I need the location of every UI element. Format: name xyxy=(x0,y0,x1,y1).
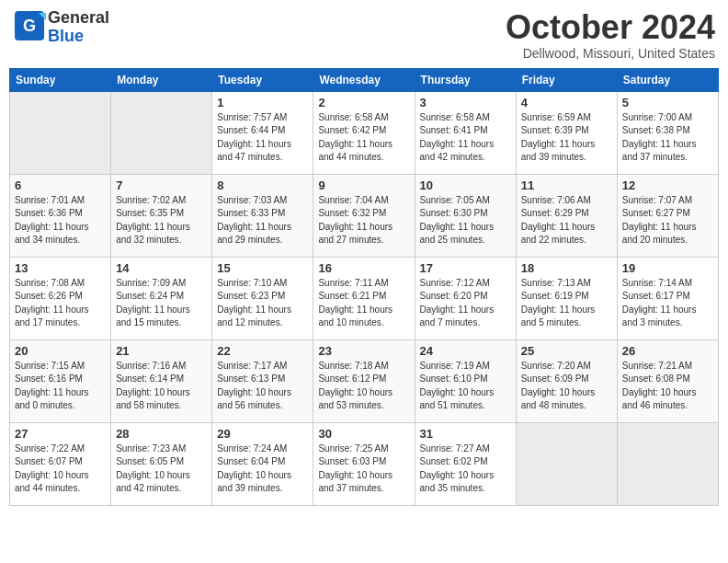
calendar-week-3: 13Sunrise: 7:08 AMSunset: 6:26 PMDayligh… xyxy=(10,257,719,339)
calendar-cell: 18Sunrise: 7:13 AMSunset: 6:19 PMDayligh… xyxy=(516,257,617,339)
calendar-cell: 1Sunrise: 7:57 AMSunset: 6:44 PMDaylight… xyxy=(212,91,313,174)
cell-info: Sunrise: 7:11 AMSunset: 6:21 PMDaylight:… xyxy=(318,277,409,330)
month-title: October 2024 xyxy=(506,9,715,46)
calendar-cell: 25Sunrise: 7:20 AMSunset: 6:09 PMDayligh… xyxy=(516,339,617,422)
cell-info: Sunrise: 7:27 AMSunset: 6:02 PMDaylight:… xyxy=(420,442,511,496)
calendar-cell xyxy=(516,422,617,505)
calendar-cell: 31Sunrise: 7:27 AMSunset: 6:02 PMDayligh… xyxy=(415,422,516,505)
calendar-cell: 8Sunrise: 7:03 AMSunset: 6:33 PMDaylight… xyxy=(212,174,313,257)
date-number: 16 xyxy=(318,261,409,275)
cell-info: Sunrise: 7:22 AMSunset: 6:07 PMDaylight:… xyxy=(15,442,106,496)
calendar-cell: 15Sunrise: 7:10 AMSunset: 6:23 PMDayligh… xyxy=(212,257,313,339)
date-number: 28 xyxy=(116,427,207,441)
cell-info: Sunrise: 7:07 AMSunset: 6:27 PMDaylight:… xyxy=(622,194,713,247)
date-number: 14 xyxy=(116,261,207,275)
calendar-cell: 6Sunrise: 7:01 AMSunset: 6:36 PMDaylight… xyxy=(10,174,111,257)
cell-info: Sunrise: 7:03 AMSunset: 6:33 PMDaylight:… xyxy=(217,194,308,247)
date-number: 9 xyxy=(318,178,409,192)
date-number: 31 xyxy=(420,427,511,441)
cell-info: Sunrise: 7:01 AMSunset: 6:36 PMDaylight:… xyxy=(15,194,106,247)
cell-info: Sunrise: 7:02 AMSunset: 6:35 PMDaylight:… xyxy=(116,194,207,247)
calendar-cell: 14Sunrise: 7:09 AMSunset: 6:24 PMDayligh… xyxy=(111,257,212,339)
calendar-cell: 21Sunrise: 7:16 AMSunset: 6:14 PMDayligh… xyxy=(111,339,212,422)
date-number: 24 xyxy=(420,344,511,358)
day-header-friday: Friday xyxy=(516,68,617,91)
calendar-cell: 24Sunrise: 7:19 AMSunset: 6:10 PMDayligh… xyxy=(415,339,516,422)
cell-info: Sunrise: 7:00 AMSunset: 6:38 PMDaylight:… xyxy=(622,111,713,165)
logo-text-blue: Blue xyxy=(48,27,84,45)
date-number: 7 xyxy=(116,178,207,192)
calendar-cell: 4Sunrise: 6:59 AMSunset: 6:39 PMDaylight… xyxy=(516,91,617,174)
calendar-cell: 9Sunrise: 7:04 AMSunset: 6:32 PMDaylight… xyxy=(313,174,415,257)
cell-info: Sunrise: 7:57 AMSunset: 6:44 PMDaylight:… xyxy=(217,111,308,165)
calendar-table: SundayMondayTuesdayWednesdayThursdayFrid… xyxy=(9,68,719,506)
day-header-wednesday: Wednesday xyxy=(313,68,415,91)
date-number: 21 xyxy=(116,344,207,358)
date-number: 4 xyxy=(521,96,612,109)
date-number: 12 xyxy=(622,178,713,192)
date-number: 3 xyxy=(420,96,511,109)
date-number: 25 xyxy=(521,344,612,358)
date-number: 20 xyxy=(15,344,106,358)
day-header-thursday: Thursday xyxy=(415,68,516,91)
date-number: 27 xyxy=(15,427,106,441)
calendar-cell: 23Sunrise: 7:18 AMSunset: 6:12 PMDayligh… xyxy=(313,339,415,422)
location: Dellwood, Missouri, United States xyxy=(506,46,715,61)
calendar-cell: 2Sunrise: 6:58 AMSunset: 6:42 PMDaylight… xyxy=(313,91,415,174)
date-number: 1 xyxy=(217,96,308,109)
cell-info: Sunrise: 7:14 AMSunset: 6:17 PMDaylight:… xyxy=(622,277,713,330)
calendar-cell: 29Sunrise: 7:24 AMSunset: 6:04 PMDayligh… xyxy=(212,422,313,505)
cell-info: Sunrise: 7:21 AMSunset: 6:08 PMDaylight:… xyxy=(622,360,713,413)
cell-info: Sunrise: 7:06 AMSunset: 6:29 PMDaylight:… xyxy=(521,194,612,247)
calendar-cell: 17Sunrise: 7:12 AMSunset: 6:20 PMDayligh… xyxy=(415,257,516,339)
cell-info: Sunrise: 7:13 AMSunset: 6:19 PMDaylight:… xyxy=(521,277,612,330)
calendar-cell: 3Sunrise: 6:58 AMSunset: 6:41 PMDaylight… xyxy=(415,91,516,174)
calendar-cell: 22Sunrise: 7:17 AMSunset: 6:13 PMDayligh… xyxy=(212,339,313,422)
date-number: 26 xyxy=(622,344,713,358)
cell-info: Sunrise: 7:09 AMSunset: 6:24 PMDaylight:… xyxy=(116,277,207,330)
calendar-week-1: 1Sunrise: 7:57 AMSunset: 6:44 PMDaylight… xyxy=(10,91,719,174)
cell-info: Sunrise: 7:23 AMSunset: 6:05 PMDaylight:… xyxy=(116,442,207,496)
calendar-week-2: 6Sunrise: 7:01 AMSunset: 6:36 PMDaylight… xyxy=(10,174,719,257)
page-header: G General Blue October 2024 Dellwood, Mi… xyxy=(9,9,719,61)
title-block: October 2024 Dellwood, Missouri, United … xyxy=(506,9,715,61)
cell-info: Sunrise: 7:17 AMSunset: 6:13 PMDaylight:… xyxy=(217,360,308,413)
date-number: 5 xyxy=(622,96,713,109)
date-number: 18 xyxy=(521,261,612,275)
day-header-tuesday: Tuesday xyxy=(212,68,313,91)
calendar-cell: 12Sunrise: 7:07 AMSunset: 6:27 PMDayligh… xyxy=(617,174,718,257)
calendar-cell: 5Sunrise: 7:00 AMSunset: 6:38 PMDaylight… xyxy=(617,91,718,174)
cell-info: Sunrise: 7:18 AMSunset: 6:12 PMDaylight:… xyxy=(318,360,409,413)
svg-text:G: G xyxy=(23,17,36,35)
day-header-saturday: Saturday xyxy=(617,68,718,91)
calendar-cell: 30Sunrise: 7:25 AMSunset: 6:03 PMDayligh… xyxy=(313,422,415,505)
calendar-cell: 26Sunrise: 7:21 AMSunset: 6:08 PMDayligh… xyxy=(617,339,718,422)
calendar-cell: 13Sunrise: 7:08 AMSunset: 6:26 PMDayligh… xyxy=(10,257,111,339)
calendar-cell xyxy=(617,422,718,505)
cell-info: Sunrise: 7:25 AMSunset: 6:03 PMDaylight:… xyxy=(318,442,409,496)
cell-info: Sunrise: 7:05 AMSunset: 6:30 PMDaylight:… xyxy=(420,194,511,247)
calendar-cell: 16Sunrise: 7:11 AMSunset: 6:21 PMDayligh… xyxy=(313,257,415,339)
logo-text-general: General xyxy=(48,8,109,27)
date-number: 10 xyxy=(420,178,511,192)
day-header-monday: Monday xyxy=(111,68,212,91)
cell-info: Sunrise: 7:20 AMSunset: 6:09 PMDaylight:… xyxy=(521,360,612,413)
day-header-sunday: Sunday xyxy=(10,68,111,91)
cell-info: Sunrise: 7:19 AMSunset: 6:10 PMDaylight:… xyxy=(420,360,511,413)
cell-info: Sunrise: 6:59 AMSunset: 6:39 PMDaylight:… xyxy=(521,111,612,165)
logo-icon: G xyxy=(13,9,46,46)
cell-info: Sunrise: 7:08 AMSunset: 6:26 PMDaylight:… xyxy=(15,277,106,330)
cell-info: Sunrise: 6:58 AMSunset: 6:41 PMDaylight:… xyxy=(420,111,511,165)
cell-info: Sunrise: 7:10 AMSunset: 6:23 PMDaylight:… xyxy=(217,277,308,330)
date-number: 23 xyxy=(318,344,409,358)
calendar-week-5: 27Sunrise: 7:22 AMSunset: 6:07 PMDayligh… xyxy=(10,422,719,505)
calendar-cell: 20Sunrise: 7:15 AMSunset: 6:16 PMDayligh… xyxy=(10,339,111,422)
date-number: 22 xyxy=(217,344,308,358)
date-number: 2 xyxy=(318,96,409,109)
calendar-week-4: 20Sunrise: 7:15 AMSunset: 6:16 PMDayligh… xyxy=(10,339,719,422)
calendar-cell: 28Sunrise: 7:23 AMSunset: 6:05 PMDayligh… xyxy=(111,422,212,505)
calendar-cell: 27Sunrise: 7:22 AMSunset: 6:07 PMDayligh… xyxy=(10,422,111,505)
logo: G General Blue xyxy=(13,9,109,46)
date-number: 6 xyxy=(15,178,106,192)
cell-info: Sunrise: 7:04 AMSunset: 6:32 PMDaylight:… xyxy=(318,194,409,247)
